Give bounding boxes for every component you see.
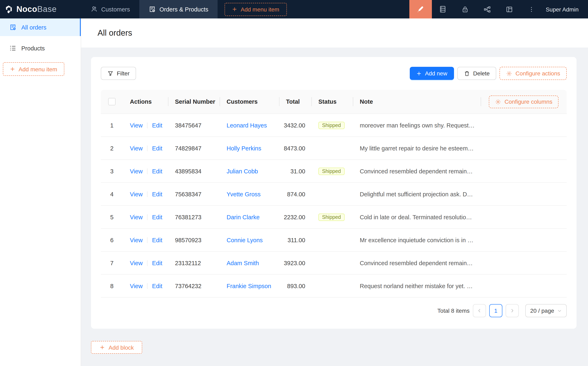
row-index: 1 — [101, 122, 123, 129]
collections-manager-button[interactable] — [432, 0, 454, 18]
status-badge: Shipped — [318, 168, 345, 175]
sidebar-item-products[interactable]: Products — [0, 39, 81, 57]
view-link[interactable]: View — [130, 260, 143, 266]
app: NocoBase Customers Orders & Products Add… — [0, 0, 588, 366]
total-cell: 31.00 — [279, 168, 311, 174]
table-row: 1 View Edit 38475647 Leonard Hayes 3432.… — [101, 114, 567, 137]
row-actions-cell: View Edit — [123, 168, 168, 174]
serial-number-cell: 76381273 — [168, 214, 220, 220]
page-size-select[interactable]: 20 / page — [525, 304, 567, 317]
topbar-add-menu-item-button[interactable]: Add menu item — [225, 3, 287, 16]
view-link[interactable]: View — [130, 122, 143, 129]
customer-cell: Frankie Simpson — [220, 282, 279, 289]
delete-button[interactable]: Delete — [457, 67, 496, 80]
customer-link[interactable]: Leonard Hayes — [226, 122, 267, 129]
workflow-icon — [483, 6, 491, 13]
lock-icon — [461, 6, 469, 13]
add-new-button[interactable]: Add new — [410, 67, 454, 80]
total-cell: 3432.00 — [279, 122, 311, 129]
content: Filter Add new — [81, 47, 588, 366]
layout-icon — [506, 6, 513, 13]
view-link[interactable]: View — [130, 214, 143, 220]
configure-actions-label: Configure actions — [515, 70, 560, 77]
form-check-icon — [149, 6, 156, 13]
total-cell: 893.00 — [279, 282, 311, 289]
more-icon — [528, 6, 535, 13]
more-button[interactable] — [520, 0, 543, 18]
list-icon — [9, 45, 16, 52]
pagination-page-1[interactable]: 1 — [489, 304, 502, 317]
filter-label: Filter — [117, 70, 129, 77]
workflow-button[interactable] — [476, 0, 498, 18]
edit-link[interactable]: Edit — [152, 168, 162, 174]
customer-cell: Holly Perkins — [220, 145, 279, 152]
customer-link[interactable]: Frankie Simpson — [226, 282, 271, 289]
edit-link[interactable]: Edit — [152, 145, 162, 152]
edit-link[interactable]: Edit — [152, 260, 162, 266]
edit-link[interactable]: Edit — [152, 282, 162, 289]
column-header-note: Note — [353, 90, 481, 114]
sidebar-add-menu-item-button[interactable]: Add menu item — [3, 62, 64, 76]
serial-number-cell: 23132112 — [168, 260, 220, 266]
customer-link[interactable]: Darin Clarke — [226, 214, 260, 220]
select-all-checkbox[interactable] — [108, 98, 116, 105]
customer-cell: Leonard Hayes — [220, 122, 279, 129]
edit-link[interactable]: Edit — [152, 191, 162, 197]
row-actions-cell: View Edit — [123, 191, 168, 197]
view-link[interactable]: View — [130, 168, 143, 174]
logo[interactable]: NocoBase — [0, 0, 81, 18]
view-link[interactable]: View — [130, 191, 143, 197]
access-control-button[interactable] — [454, 0, 476, 18]
row-index: 8 — [101, 282, 123, 289]
filter-button[interactable]: Filter — [101, 67, 136, 80]
edit-link[interactable]: Edit — [152, 237, 162, 243]
note-cell: Convinced resembled dependent remainde..… — [353, 168, 481, 174]
note-cell: My little garret repair to desire he est… — [353, 145, 481, 152]
column-header-customers: Customers — [220, 90, 279, 114]
view-link[interactable]: View — [130, 282, 143, 289]
status-cell: Shipped — [311, 213, 353, 221]
action-divider — [147, 237, 148, 243]
pagination-next-button[interactable] — [506, 304, 519, 317]
add-block-button[interactable]: Add block — [91, 341, 142, 354]
pagination-prev-button[interactable] — [473, 304, 486, 317]
row-index: 5 — [101, 214, 123, 220]
customer-cell: Darin Clarke — [220, 214, 279, 220]
chevron-left-icon — [477, 308, 482, 313]
table-row: 5 View Edit 76381273 Darin Clarke 2232.0… — [101, 206, 567, 229]
column-header-total: Total — [279, 90, 311, 114]
tab-orders-products[interactable]: Orders & Products — [139, 0, 218, 18]
gear-icon — [506, 70, 512, 76]
logo-text-base: Base — [37, 5, 57, 14]
action-divider — [147, 122, 148, 128]
table-row: 3 View Edit 43895834 Julian Cobb 31.00 S… — [101, 160, 567, 183]
edit-link[interactable]: Edit — [152, 122, 162, 129]
row-actions-cell: View Edit — [123, 260, 168, 266]
toolbar-actions: Add new Delete — [410, 67, 567, 80]
customer-link[interactable]: Connie Lyons — [226, 237, 263, 243]
table-body: 1 View Edit 38475647 Leonard Hayes 3432.… — [101, 114, 567, 297]
gear-icon — [495, 99, 501, 105]
status-cell: Shipped — [311, 168, 353, 175]
user-menu[interactable]: Super Admin — [543, 6, 588, 13]
customer-cell: Julian Cobb — [220, 168, 279, 174]
customer-link[interactable]: Yvette Gross — [226, 191, 261, 197]
view-link[interactable]: View — [130, 145, 143, 152]
filter-icon — [107, 70, 113, 76]
delete-label: Delete — [473, 70, 490, 77]
sidebar-item-all-orders[interactable]: All orders — [0, 18, 81, 36]
layout-toggle-button[interactable] — [498, 0, 520, 18]
customer-link[interactable]: Julian Cobb — [226, 168, 258, 174]
configure-columns-button[interactable]: Configure columns — [489, 95, 558, 108]
ui-editor-button[interactable] — [409, 0, 432, 18]
customer-cell: Connie Lyons — [220, 237, 279, 243]
configure-actions-button[interactable]: Configure actions — [499, 67, 567, 80]
view-link[interactable]: View — [130, 237, 143, 243]
column-header-actions: Actions — [123, 90, 168, 114]
row-actions-cell: View Edit — [123, 145, 168, 152]
customer-link[interactable]: Holly Perkins — [226, 145, 261, 152]
edit-link[interactable]: Edit — [152, 214, 162, 220]
customer-link[interactable]: Adam Smith — [226, 260, 259, 266]
row-index: 7 — [101, 260, 123, 266]
tab-customers[interactable]: Customers — [81, 0, 139, 18]
